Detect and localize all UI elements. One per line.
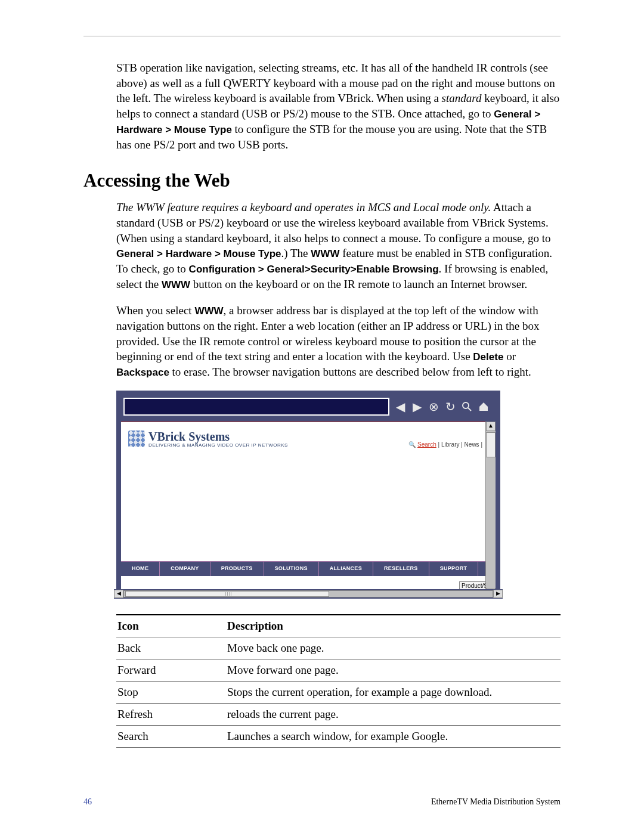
home-icon[interactable] <box>478 401 490 413</box>
browser-screenshot: ◀ ▶ ⊗ ↻ VBrick Systems DELIVERING & MAN <box>116 391 500 599</box>
nav-item-support[interactable]: SUPPORT <box>429 562 479 576</box>
italic-text: standard <box>442 92 482 104</box>
section-heading: Accessing the Web <box>83 170 561 191</box>
links-text[interactable]: | Library | News | <box>436 441 482 448</box>
menu-path: General > Hardware > Mouse Type <box>116 248 281 259</box>
search-link[interactable]: Search <box>417 441 436 448</box>
table-row: Back Move back one page. <box>116 637 561 659</box>
search-icon[interactable] <box>461 401 473 413</box>
vertical-scrollbar[interactable]: ▲ ▼ <box>485 422 496 597</box>
scroll-right-icon[interactable]: ▶ <box>493 590 503 598</box>
forward-icon[interactable]: ▶ <box>411 401 423 413</box>
col-header-desc: Description <box>226 615 561 637</box>
browser-toolbar: ◀ ▶ ⊗ ↻ <box>117 392 499 422</box>
scroll-thumb[interactable] <box>486 432 496 457</box>
paragraph-3: When you select WWW, a browser address b… <box>116 303 561 380</box>
svg-line-1 <box>468 408 471 411</box>
cell-desc: Stops the current operation, for example… <box>226 682 561 704</box>
svg-point-0 <box>463 402 469 408</box>
intro-paragraph: STB operation like navigation, selecting… <box>116 60 561 152</box>
text: When you select <box>116 304 194 317</box>
nav-item-company[interactable]: COMPANY <box>160 562 210 576</box>
table-row: Forward Move forward one page. <box>116 659 561 682</box>
address-bar[interactable] <box>123 398 389 416</box>
scroll-left-icon[interactable]: ◀ <box>114 590 123 598</box>
nav-item-home[interactable]: HOME <box>121 562 160 576</box>
bold-text: WWW <box>162 279 190 290</box>
cell-icon: Stop <box>116 682 226 704</box>
bold-text: Delete <box>473 351 503 363</box>
text: .) The <box>281 247 311 259</box>
table-header-row: Icon Description <box>116 615 561 637</box>
page-footer: 46 EtherneTV Media Distribution System <box>83 797 561 807</box>
brand-text: VBrick Systems DELIVERING & MANAGING VID… <box>148 431 288 448</box>
horizontal-scrollbar[interactable]: ◀ ▶ <box>114 589 503 599</box>
nav-item-alliances[interactable]: ALLIANCES <box>319 562 373 576</box>
nav-strip: HOME COMPANY PRODUCTS SOLUTIONS ALLIANCE… <box>121 561 496 576</box>
footer-title: EtherneTV Media Distribution System <box>431 797 561 807</box>
table-row: Search Launches a search window, for exa… <box>116 726 561 748</box>
toolbar-icons: ◀ ▶ ⊗ ↻ <box>394 401 493 413</box>
hscroll-thumb[interactable] <box>125 591 329 597</box>
cell-icon: Forward <box>116 659 226 682</box>
stop-icon[interactable]: ⊗ <box>428 401 439 413</box>
italic-text: The WWW feature requires a keyboard and … <box>116 201 491 213</box>
document-page: STB operation like navigation, selecting… <box>0 0 644 833</box>
brand-left: VBrick Systems DELIVERING & MANAGING VID… <box>128 431 288 448</box>
menu-path: Configuration > General>Security>Enable … <box>189 264 439 275</box>
brand-links: 🔍 Search | Library | News | <box>408 441 482 448</box>
brand-title: VBrick Systems <box>148 431 288 442</box>
back-icon[interactable]: ◀ <box>394 401 406 413</box>
brand-row: VBrick Systems DELIVERING & MANAGING VID… <box>121 422 496 448</box>
hscroll-track[interactable] <box>123 590 493 597</box>
nav-item-products[interactable]: PRODUCTS <box>210 562 264 576</box>
text: or <box>503 350 516 363</box>
bold-text: WWW <box>311 248 339 259</box>
nav-item-solutions[interactable]: SOLUTIONS <box>264 562 319 576</box>
browser-content: VBrick Systems DELIVERING & MANAGING VID… <box>121 422 496 597</box>
cell-desc: reloads the current page. <box>226 704 561 726</box>
brand-tagline: DELIVERING & MANAGING VIDEO OVER IP NETW… <box>148 442 288 448</box>
page-number: 46 <box>83 797 92 807</box>
cell-icon: Back <box>116 637 226 659</box>
scroll-up-icon[interactable]: ▲ <box>486 422 496 431</box>
search-mini-icon[interactable]: 🔍 <box>408 441 417 448</box>
cell-desc: Launches a search window, for example Go… <box>226 726 561 748</box>
refresh-icon[interactable]: ↻ <box>444 401 456 413</box>
bold-text: Backspace <box>116 367 169 378</box>
col-header-icon: Icon <box>116 615 226 637</box>
vbrick-logo-icon <box>128 431 145 447</box>
table-row: Refresh reloads the current page. <box>116 704 561 726</box>
nav-item-resellers[interactable]: RESELLERS <box>373 562 429 576</box>
cell-desc: Move forward one page. <box>226 659 561 682</box>
text: button on the keyboard or on the IR remo… <box>190 278 527 290</box>
cell-icon: Search <box>116 726 226 748</box>
cell-desc: Move back one page. <box>226 637 561 659</box>
table-row: Stop Stops the current operation, for ex… <box>116 682 561 704</box>
paragraph-2: The WWW feature requires a keyboard and … <box>116 200 561 292</box>
icon-description-table: Icon Description Back Move back one page… <box>116 614 561 748</box>
bold-text: WWW <box>194 305 223 317</box>
top-rule <box>83 36 561 36</box>
cell-icon: Refresh <box>116 704 226 726</box>
text: to erase. The browser navigation buttons… <box>169 366 531 378</box>
